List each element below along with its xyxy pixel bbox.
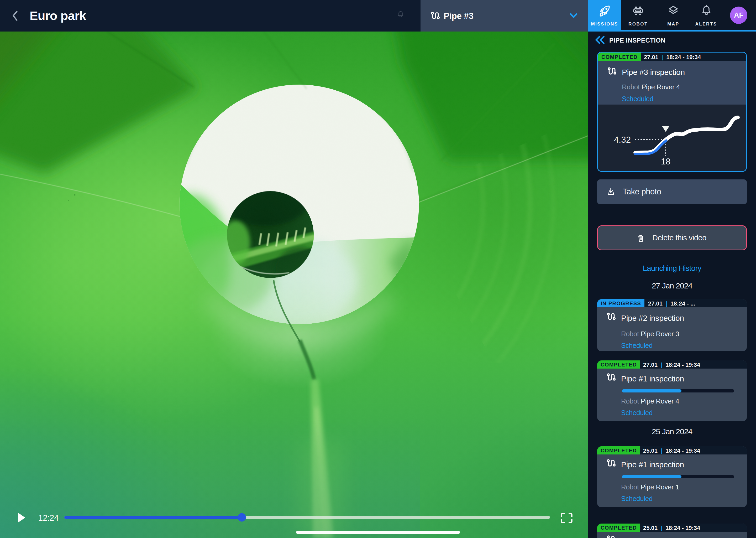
svg-text:12:24: 12:24 (38, 513, 59, 522)
svg-text:4.32: 4.32 (614, 135, 631, 144)
svg-text:18: 18 (661, 157, 671, 166)
